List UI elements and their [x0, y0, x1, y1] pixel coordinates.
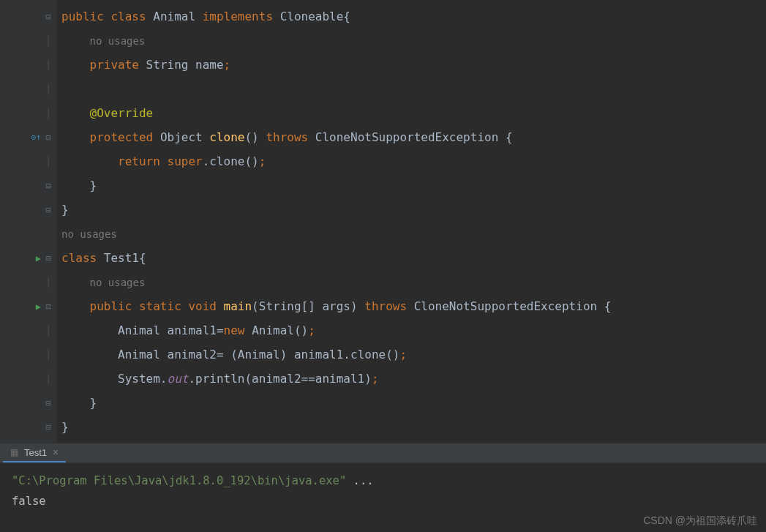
code-line[interactable]: public class Animal implements Cloneable…: [61, 4, 766, 29]
fold-end-icon[interactable]: ⊟: [44, 398, 53, 408]
gutter-row[interactable]: ⊟: [0, 173, 57, 198]
gutter-row[interactable]: ⊟: [0, 415, 57, 439]
code-line[interactable]: class Test1{: [61, 246, 766, 270]
inlay-hint: no usages: [61, 228, 117, 240]
gutter-row[interactable]: [0, 222, 57, 246]
gutter-row[interactable]: │: [0, 29, 57, 53]
close-icon[interactable]: ×: [53, 446, 59, 458]
code-line[interactable]: protected Object clone() throws CloneNot…: [61, 125, 766, 149]
gutter-row[interactable]: │: [0, 318, 57, 342]
fold-guide: │: [44, 277, 53, 288]
code-line[interactable]: }: [61, 173, 766, 198]
fold-guide: │: [44, 60, 53, 70]
inlay-hint: no usages: [90, 277, 146, 288]
run-icon[interactable]: ▶: [36, 253, 41, 263]
gutter: ⊟ │ │ │ │ ⊙↑⊟ │ ⊟ ⊟ ▶⊟ │ ▶⊟ │ │ │ ⊟ ⊟: [0, 0, 57, 443]
watermark: CSDN @为祖国添砖爪哇: [643, 514, 757, 528]
run-icon[interactable]: ▶: [36, 301, 41, 312]
fold-icon[interactable]: ⊟: [44, 253, 53, 263]
fold-guide: │: [44, 84, 53, 94]
gutter-row[interactable]: ▶⊟: [0, 294, 57, 318]
gutter-row[interactable]: │: [0, 77, 57, 101]
fold-icon[interactable]: ⊟: [44, 132, 53, 143]
gutter-row[interactable]: ⊟: [0, 4, 57, 29]
code-line[interactable]: no usages: [61, 222, 766, 246]
override-icon[interactable]: ⊙↑: [31, 132, 41, 142]
gutter-row[interactable]: │: [0, 149, 57, 173]
code-line[interactable]: [61, 77, 766, 101]
fold-guide: │: [44, 157, 53, 167]
gutter-row[interactable]: │: [0, 342, 57, 367]
code-line[interactable]: no usages: [61, 29, 766, 53]
tab-test1[interactable]: ▦ Test1 ×: [3, 443, 66, 462]
fold-guide: │: [44, 350, 53, 360]
code-area[interactable]: public class Animal implements Cloneable…: [57, 0, 766, 443]
gutter-row[interactable]: │: [0, 367, 57, 391]
code-line[interactable]: }: [61, 391, 766, 415]
code-line[interactable]: no usages: [61, 270, 766, 294]
fold-guide: │: [44, 326, 53, 336]
run-tabs: ▦ Test1 ×: [0, 443, 766, 463]
gutter-row[interactable]: ▶⊟: [0, 246, 57, 270]
fold-icon[interactable]: ⊟: [44, 301, 53, 312]
code-line[interactable]: }: [61, 415, 766, 439]
gutter-row[interactable]: │: [0, 101, 57, 125]
code-line[interactable]: @Override: [61, 101, 766, 125]
gutter-row[interactable]: ⊟: [0, 391, 57, 415]
code-line[interactable]: private String name;: [61, 53, 766, 77]
fold-guide: │: [44, 374, 53, 384]
fold-end-icon[interactable]: ⊟: [44, 422, 53, 432]
code-line[interactable]: }: [61, 198, 766, 222]
fold-end-icon[interactable]: ⊟: [44, 205, 53, 215]
code-line[interactable]: Animal animal1=new Animal();: [61, 318, 766, 342]
fold-icon[interactable]: ⊟: [44, 12, 53, 22]
code-line[interactable]: Animal animal2= (Animal) animal1.clone()…: [61, 342, 766, 367]
code-line[interactable]: System.out.println(animal2==animal1);: [61, 367, 766, 391]
console-line: "C:\Program Files\Java\jdk1.8.0_192\bin\…: [12, 471, 754, 491]
fold-end-icon[interactable]: ⊟: [44, 181, 53, 191]
code-line[interactable]: public static void main(String[] args) t…: [61, 294, 766, 318]
fold-guide: │: [44, 36, 53, 46]
gutter-row[interactable]: ⊙↑⊟: [0, 125, 57, 149]
console-line: false: [12, 491, 754, 512]
tab-label: Test1: [24, 447, 47, 458]
gutter-row[interactable]: │: [0, 270, 57, 294]
gutter-row[interactable]: ⊟: [0, 198, 57, 222]
code-line[interactable]: return super.clone();: [61, 149, 766, 173]
run-config-icon: ▦: [10, 447, 18, 457]
gutter-row[interactable]: │: [0, 53, 57, 77]
editor-area: ⊟ │ │ │ │ ⊙↑⊟ │ ⊟ ⊟ ▶⊟ │ ▶⊟ │ │ │ ⊟ ⊟ pu…: [0, 0, 766, 443]
inlay-hint: no usages: [90, 35, 146, 47]
fold-guide: │: [44, 108, 53, 119]
